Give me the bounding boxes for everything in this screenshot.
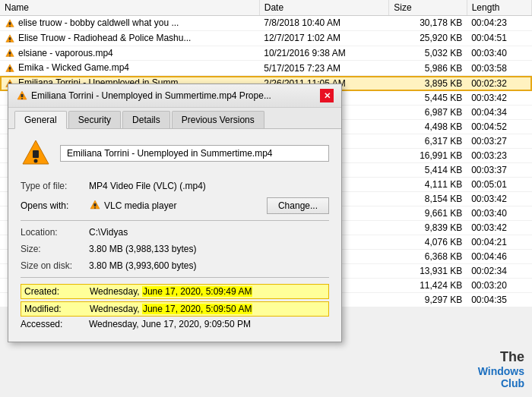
size-label: Size: (21, 244, 89, 254)
cell-name: elise truow - bobby caldwell what you ..… (0, 16, 259, 31)
cell-size: 5,986 KB (389, 61, 467, 76)
location-value: C:\Vidyas (89, 227, 329, 238)
cell-date: 10/21/2016 9:38 AM (259, 46, 389, 61)
cell-date: 12/7/2017 1:02 AM (259, 30, 389, 46)
file-header-row: Emiliana Torrini - Unemployed in Summert… (21, 138, 329, 169)
svg-rect-1 (9, 22, 11, 25)
cell-length: 00:03:20 (467, 279, 531, 293)
opens-with-vlc-icon (89, 199, 101, 213)
dialog-tabs: General Security Details Previous Versio… (8, 108, 341, 129)
cell-length: 00:04:51 (467, 30, 531, 46)
cell-length: 00:03:42 (467, 192, 531, 206)
dialog-general-content: Emiliana Torrini - Unemployed in Summert… (8, 129, 341, 342)
svg-point-11 (9, 71, 11, 72)
cell-length: 00:04:35 (467, 293, 531, 307)
cell-size: 4,076 KB (389, 235, 467, 250)
created-row: Created: Wednesday, June 17, 2020, 5:09:… (21, 284, 329, 299)
col-header-length[interactable]: Length (467, 0, 531, 16)
svg-rect-19 (33, 150, 39, 158)
cell-length: 00:03:42 (467, 91, 531, 106)
type-row: Type of file: MP4 Video File (VLC) (.mp4… (21, 181, 329, 191)
created-value: Wednesday, June 17, 2020, 5:09:49 AM (90, 286, 252, 297)
cell-size: 30,178 KB (389, 16, 467, 31)
svg-rect-10 (9, 68, 11, 71)
created-label: Created: (24, 286, 90, 297)
tab-security[interactable]: Security (68, 111, 121, 128)
cell-size: 6,317 KB (389, 134, 467, 149)
cell-name: Emika - Wicked Game.mp4 (0, 61, 259, 76)
cell-length: 00:03:58 (467, 61, 531, 76)
modified-value: Wednesday, June 17, 2020, 5:09:50 AM (90, 304, 252, 314)
table-row[interactable]: elsiane - vaporous.mp410/21/2016 9:38 AM… (0, 46, 532, 61)
cell-length: 00:04:46 (467, 250, 531, 264)
file-name-display: Emiliana Torrini - Unemployed in Summert… (60, 145, 329, 162)
tab-previous-versions[interactable]: Previous Versions (172, 111, 264, 128)
table-row[interactable]: elise truow - bobby caldwell what you ..… (0, 16, 532, 31)
svg-rect-4 (9, 37, 11, 40)
modified-prefix: Wednesday, (90, 304, 142, 314)
accessed-row: Accessed: Wednesday, June 17, 2020, 9:09… (21, 319, 329, 329)
watermark-the: The (478, 349, 524, 365)
change-button[interactable]: Change... (267, 197, 329, 214)
svg-point-20 (34, 159, 38, 163)
opens-with-row: Opens with: VLC media player Change... (21, 197, 329, 214)
tab-general[interactable]: General (14, 111, 67, 129)
opens-with-name: VLC media player (104, 200, 261, 211)
type-label: Type of file: (21, 181, 89, 191)
col-header-name[interactable]: Name (0, 0, 259, 16)
svg-point-8 (9, 55, 11, 57)
cell-name: Elise Truow - Radiohead & Police Mashu..… (0, 30, 259, 46)
svg-rect-22 (94, 203, 97, 206)
table-row[interactable]: Elise Truow - Radiohead & Police Mashu..… (0, 30, 532, 46)
cell-size: 6,368 KB (389, 250, 467, 264)
col-header-date[interactable]: Date (259, 0, 389, 16)
cell-length: 00:04:52 (467, 120, 531, 134)
cell-length: 00:03:42 (467, 221, 531, 235)
svg-point-2 (9, 25, 11, 27)
cell-size: 8,154 KB (389, 192, 467, 206)
col-header-size[interactable]: Size (389, 0, 467, 16)
size-row: Size: 3.80 MB (3,988,133 bytes) (21, 244, 329, 254)
cell-size: 4,111 KB (389, 178, 467, 192)
modified-label: Modified: (24, 304, 90, 314)
cell-length: 00:03:27 (467, 134, 531, 149)
size-disk-label: Size on disk: (21, 260, 89, 271)
cell-length: 00:02:32 (467, 76, 531, 91)
svg-rect-7 (9, 52, 11, 55)
cell-size: 9,297 KB (389, 293, 467, 307)
cell-size: 6,987 KB (389, 106, 467, 120)
cell-size: 25,920 KB (389, 30, 467, 46)
cell-size: 5,414 KB (389, 163, 467, 178)
cell-size: 9,839 KB (389, 221, 467, 235)
accessed-value: Wednesday, June 17, 2020, 9:09:50 PM (89, 319, 251, 329)
location-label: Location: (21, 227, 89, 238)
cell-size: 16,991 KB (389, 149, 467, 163)
size-disk-value: 3.80 MB (3,993,600 bytes) (89, 260, 329, 271)
dialog-titlebar: Emiliana Torrini - Unemployed in Summert… (8, 84, 341, 108)
size-disk-row: Size on disk: 3.80 MB (3,993,600 bytes) (21, 260, 329, 271)
cell-size: 13,931 KB (389, 264, 467, 279)
tab-details[interactable]: Details (122, 111, 170, 128)
cell-size: 11,424 KB (389, 279, 467, 293)
dialog-close-button[interactable]: ✕ (320, 89, 334, 102)
date-section: Created: Wednesday, June 17, 2020, 5:09:… (21, 284, 329, 329)
properties-dialog: Emiliana Torrini - Unemployed in Summert… (8, 83, 342, 342)
cell-size: 9,661 KB (389, 206, 467, 221)
type-value: MP4 Video File (VLC) (.mp4) (89, 181, 329, 191)
modified-highlight: June 17, 2020, 5:09:50 AM (142, 304, 252, 314)
cell-length: 00:02:34 (467, 264, 531, 279)
created-prefix: Wednesday, (90, 286, 142, 297)
size-value: 3.80 MB (3,988,133 bytes) (89, 244, 329, 254)
dialog-title-text: Emiliana Torrini - Unemployed in Summert… (31, 90, 320, 101)
cell-size: 4,498 KB (389, 120, 467, 134)
cell-length: 00:04:23 (467, 16, 531, 31)
cell-length: 00:03:40 (467, 206, 531, 221)
location-row: Location: C:\Vidyas (21, 227, 329, 238)
svg-rect-16 (21, 94, 24, 97)
cell-length: 00:04:34 (467, 106, 531, 120)
cell-length: 00:03:37 (467, 163, 531, 178)
cell-length: 00:04:21 (467, 235, 531, 250)
watermark: The Windows Club (478, 349, 524, 389)
table-row[interactable]: Emika - Wicked Game.mp45/17/2015 7:23 AM… (0, 61, 532, 76)
cell-name: elsiane - vaporous.mp4 (0, 46, 259, 61)
